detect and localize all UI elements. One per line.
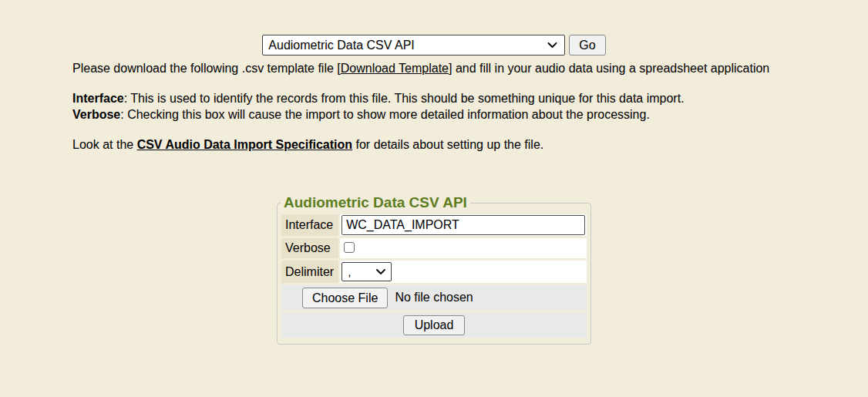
instructions: Please download the following .csv templ…	[72, 60, 796, 153]
verbose-term: Verbose	[72, 108, 120, 121]
delimiter-row: Delimiter ,	[281, 261, 587, 283]
spec-text-pre: Look at the	[72, 138, 137, 151]
upload-form: Audiometric Data CSV API Interface Verbo…	[277, 194, 591, 345]
interface-note: : This is used to identify the records f…	[124, 92, 685, 105]
spec-paragraph: Look at the CSV Audio Data Import Specif…	[72, 136, 796, 153]
file-status-text: No file chosen	[395, 291, 473, 304]
api-select-value: Audiometric Data CSV API	[268, 39, 414, 52]
interface-row: Interface	[281, 214, 587, 236]
verbose-note: : Checking this box will cause the impor…	[120, 108, 650, 121]
download-template-link[interactable]: Download Template	[341, 62, 449, 75]
verbose-checkbox[interactable]	[344, 242, 355, 253]
interface-input[interactable]	[341, 215, 585, 235]
intro-paragraph: Please download the following .csv templ…	[72, 60, 796, 76]
delimiter-label: Delimiter	[281, 261, 338, 283]
form-legend: Audiometric Data CSV API	[281, 194, 470, 211]
upload-button[interactable]: Upload	[403, 315, 466, 335]
api-chooser-bar: Audiometric Data CSV API Go	[0, 0, 868, 56]
intro-text-pre: Please download the following .csv templ…	[72, 62, 341, 75]
delimiter-select[interactable]: ,	[341, 262, 392, 281]
choose-file-button[interactable]: Choose File	[302, 288, 388, 308]
file-row: Choose FileNo file chosen	[281, 285, 587, 311]
delimiter-select-value: ,	[348, 265, 351, 278]
verbose-label: Verbose	[281, 238, 338, 258]
field-notes: Interface: This is used to identify the …	[72, 90, 796, 123]
intro-text-post: ] and fill in your audio data using a sp…	[449, 62, 769, 75]
api-select[interactable]: Audiometric Data CSV API	[262, 35, 565, 56]
interface-label: Interface	[281, 214, 338, 236]
spec-text-post: for details about setting up the file.	[352, 138, 543, 151]
spec-link[interactable]: CSV Audio Data Import Specification	[137, 138, 352, 151]
verbose-row: Verbose	[281, 238, 587, 258]
interface-term: Interface	[72, 92, 124, 105]
chevron-down-icon	[376, 269, 385, 275]
form-table: Interface Verbose Delimiter , Choose Fil…	[280, 212, 588, 340]
go-button[interactable]: Go	[569, 35, 605, 56]
chevron-down-icon	[547, 42, 557, 49]
upload-row: Upload	[281, 313, 587, 338]
